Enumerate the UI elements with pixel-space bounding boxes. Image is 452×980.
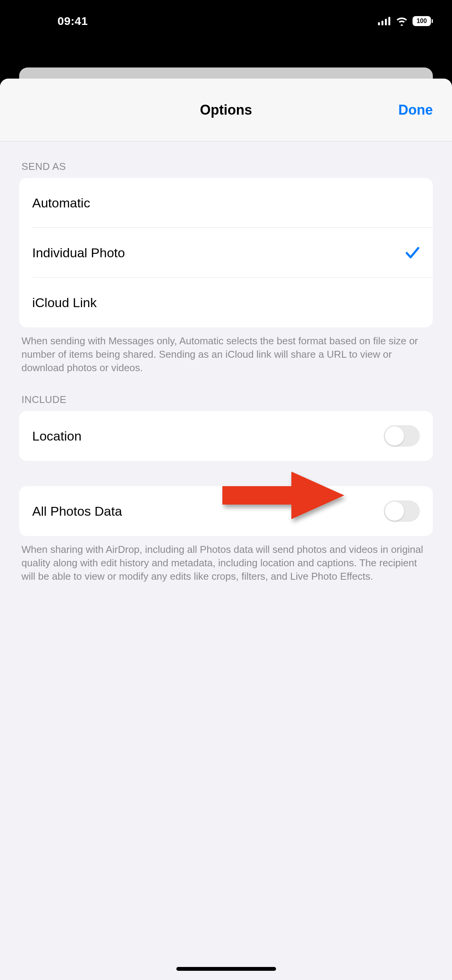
wifi-icon	[396, 16, 408, 26]
include-location-row: Location	[19, 411, 433, 461]
done-button[interactable]: Done	[398, 102, 433, 118]
battery-level: 100	[417, 18, 427, 25]
toggle-knob	[385, 502, 404, 521]
sheet-header: Options Done	[0, 79, 452, 141]
send-as-group: Automatic Individual Photo iCloud Link	[19, 178, 433, 327]
include-location-group: Location	[19, 411, 433, 461]
send-as-footer: When sending with Messages only, Automat…	[19, 327, 433, 375]
location-toggle[interactable]	[384, 425, 420, 447]
battery-indicator: 100	[413, 16, 433, 26]
send-as-option-individual-photo[interactable]: Individual Photo	[19, 228, 433, 278]
all-photos-data-footer: When sharing with AirDrop, including all…	[19, 536, 433, 583]
section-header-include: INCLUDE	[19, 375, 433, 411]
checkmark-icon	[405, 246, 420, 260]
all-photos-data-toggle[interactable]	[384, 500, 420, 522]
svg-rect-3	[388, 17, 390, 25]
row-label: All Photos Data	[32, 504, 122, 519]
sheet-title: Options	[200, 102, 252, 118]
row-label: Automatic	[32, 196, 90, 210]
send-as-option-automatic[interactable]: Automatic	[19, 178, 433, 228]
home-indicator[interactable]	[176, 967, 276, 971]
toggle-knob	[385, 426, 404, 446]
send-as-option-icloud-link[interactable]: iCloud Link	[19, 278, 433, 327]
status-bar: 09:41 100	[0, 0, 452, 42]
svg-rect-2	[385, 19, 387, 25]
row-label: iCloud Link	[32, 295, 97, 310]
status-indicators: 100	[378, 16, 433, 26]
status-time: 09:41	[23, 15, 88, 28]
svg-rect-0	[378, 22, 380, 25]
annotation-arrow-icon	[222, 469, 349, 522]
svg-marker-4	[222, 472, 344, 519]
row-label: Individual Photo	[32, 245, 125, 260]
row-label: Location	[32, 429, 82, 444]
cellular-signal-icon	[378, 17, 391, 25]
options-sheet: Options Done SEND AS Automatic Individua…	[0, 79, 452, 980]
section-header-send-as: SEND AS	[19, 141, 433, 178]
svg-rect-1	[381, 21, 383, 25]
